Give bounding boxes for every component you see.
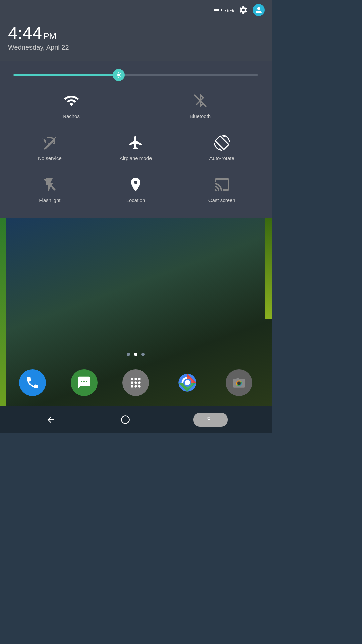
- dot-3[interactable]: [141, 353, 145, 356]
- settings-icon[interactable]: [239, 5, 248, 15]
- svg-point-8: [131, 385, 133, 387]
- svg-point-9: [134, 385, 137, 387]
- status-bar: 78%: [0, 0, 272, 19]
- autorotate-label: Auto-rotate: [209, 155, 234, 161]
- wifi-label: Nachos: [63, 113, 80, 119]
- airplane-icon: [126, 133, 145, 152]
- brightness-thumb[interactable]: [113, 69, 125, 81]
- svg-point-10: [138, 385, 140, 387]
- svg-point-6: [134, 381, 137, 384]
- bluetooth-label: Bluetooth: [190, 113, 211, 119]
- datetime-header: 4:44PM Wednesday, April 22: [0, 19, 272, 61]
- toggle-cast[interactable]: Cast screen: [179, 170, 265, 208]
- home-button[interactable]: [119, 413, 132, 426]
- toggle-row-3: Flashlight Location Cast screen: [7, 170, 265, 208]
- brightness-fill: [13, 74, 119, 76]
- nav-bar: [0, 406, 272, 433]
- bluetooth-icon: [191, 91, 210, 110]
- dot-2[interactable]: [134, 353, 137, 356]
- location-icon: [126, 175, 145, 194]
- toggle-row-1: Nachos Bluetooth: [7, 86, 265, 124]
- battery-icon: [213, 8, 221, 12]
- brightness-slider[interactable]: [13, 74, 258, 76]
- back-button[interactable]: [44, 413, 57, 426]
- dot-1[interactable]: [127, 353, 130, 356]
- brightness-row[interactable]: [7, 71, 265, 86]
- flashlight-label: Flashlight: [39, 197, 60, 203]
- svg-point-5: [131, 381, 133, 384]
- camera-app[interactable]: [226, 369, 252, 396]
- left-decoration: [0, 218, 6, 406]
- right-decoration: [265, 218, 272, 319]
- svg-point-7: [138, 381, 140, 384]
- no-service-icon: [40, 133, 59, 152]
- recents-button[interactable]: [193, 413, 228, 427]
- svg-point-15: [185, 380, 190, 385]
- toggle-location[interactable]: Location: [93, 170, 179, 208]
- svg-point-3: [134, 378, 137, 380]
- svg-point-4: [138, 378, 140, 380]
- account-avatar[interactable]: [253, 4, 265, 16]
- quick-settings-panel: Nachos Bluetooth No service: [0, 61, 272, 218]
- flashlight-icon: [40, 175, 59, 194]
- toggle-bluetooth[interactable]: Bluetooth: [136, 86, 265, 124]
- cast-icon: [213, 175, 231, 194]
- launcher-app[interactable]: [122, 369, 149, 396]
- chrome-app[interactable]: [174, 369, 201, 396]
- svg-rect-22: [208, 417, 210, 419]
- battery-percent: 78%: [224, 7, 234, 13]
- page-dots: [0, 346, 272, 363]
- no-service-label: No service: [38, 155, 62, 161]
- hangouts-app[interactable]: [71, 369, 98, 396]
- wallpaper-area: [0, 218, 272, 406]
- toggle-autorotate[interactable]: Auto-rotate: [179, 128, 265, 166]
- cast-label: Cast screen: [208, 197, 235, 203]
- wifi-icon: [62, 91, 81, 110]
- svg-point-21: [121, 416, 129, 423]
- toggle-flashlight[interactable]: Flashlight: [7, 170, 93, 208]
- svg-point-2: [131, 378, 133, 380]
- app-dock: [0, 363, 272, 406]
- time-display: 4:44PM: [8, 24, 263, 42]
- toggle-no-service[interactable]: No service: [7, 128, 93, 166]
- location-label: Location: [126, 197, 145, 203]
- toggle-wifi[interactable]: Nachos: [7, 86, 136, 124]
- toggle-row-2: No service Airplane mode Auto-rotate: [7, 128, 265, 166]
- autorotate-icon: [213, 133, 231, 152]
- phone-app[interactable]: [19, 369, 46, 396]
- svg-rect-20: [237, 378, 239, 380]
- date-display: Wednesday, April 22: [8, 44, 263, 51]
- airplane-label: Airplane mode: [120, 155, 152, 161]
- svg-point-18: [237, 382, 240, 385]
- toggle-airplane[interactable]: Airplane mode: [93, 128, 179, 166]
- battery-info: 78%: [213, 7, 234, 13]
